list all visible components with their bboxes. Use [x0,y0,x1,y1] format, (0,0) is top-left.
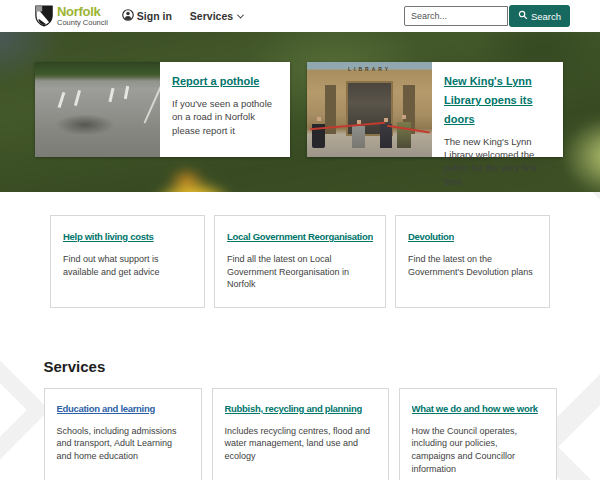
road-marking [74,89,81,105]
library-opening-photo[interactable]: LIBRARY [307,62,432,157]
card-living-costs-link[interactable]: Help with living costs [63,231,154,242]
service-how-we-work-link[interactable]: What we do and how we work [412,403,538,414]
hero-card-library-link[interactable]: New King's Lynn Library opens its doors [444,75,533,125]
road-marking [108,87,114,101]
background-chevron-left [0,351,49,470]
person-figure [312,116,325,148]
person-figure [397,114,411,148]
services-menu-label: Services [190,10,233,22]
services-heading: Services [44,358,557,375]
services-section: Services Education and learning Schools,… [44,358,557,480]
library-sign-text: LIBRARY [307,66,432,72]
service-card-education[interactable]: Education and learning Schools, includin… [44,388,202,480]
hero-card-pothole-text: If you've seen a pothole on a road in No… [172,97,278,137]
site-search: Search [404,5,570,27]
sign-in-button[interactable]: Sign in [122,9,172,23]
card-devolution-text: Find the latest on the Government's Devo… [408,253,537,278]
card-devolution[interactable]: Devolution Find the latest on the Govern… [395,215,550,308]
sign-in-label: Sign in [137,10,172,22]
card-living-costs-text: Find out what support is available and g… [63,253,192,278]
card-lgr-text: Find all the latest on Local Government … [227,253,373,291]
hero-card-pothole[interactable]: Report a pothole If you've seen a pothol… [35,62,290,157]
chevron-down-icon [237,11,244,18]
road-marking [143,84,160,123]
pothole-photo[interactable] [35,62,160,157]
search-input[interactable] [404,6,508,26]
services-menu[interactable]: Services [190,10,243,22]
service-rubbish-link[interactable]: Rubbish, recycling and planning [225,403,362,414]
logo-subtitle: County Council [57,19,108,27]
search-button-label: Search [531,11,561,22]
card-living-costs[interactable]: Help with living costs Find out what sup… [50,215,205,308]
service-card-rubbish[interactable]: Rubbish, recycling and planning Includes… [212,388,389,480]
highlight-cards-row: Help with living costs Find out what sup… [50,215,550,308]
council-shield-icon [35,5,53,27]
card-lgr[interactable]: Local Government Reorganisation Find all… [214,215,386,308]
card-lgr-link[interactable]: Local Government Reorganisation [227,231,373,242]
search-icon [518,10,528,22]
hero-card-library[interactable]: LIBRARY New King's Lynn Library opens it… [307,62,563,157]
hero-card-pothole-link[interactable]: Report a pothole [172,75,259,87]
service-card-how-we-work[interactable]: What we do and how we work How the Counc… [399,388,557,480]
service-rubbish-text: Includes recycling centres, flood and wa… [225,425,376,463]
service-education-link[interactable]: Education and learning [57,403,155,414]
road-marking [58,92,66,108]
logo-title: Norfolk [57,5,108,18]
service-how-we-work-text: How the Council operates, including our … [412,425,544,475]
search-button[interactable]: Search [509,5,570,27]
hero-card-library-text: The new King's Lynn Library welcomed the… [444,135,551,188]
person-icon [122,9,134,23]
council-logo[interactable]: Norfolk County Council [35,5,108,27]
road-marking [124,86,129,99]
hero-banner: Report a pothole If you've seen a pothol… [0,32,600,192]
card-devolution-link[interactable]: Devolution [408,231,454,242]
site-header: Norfolk County Council Sign in Services [0,0,600,32]
service-education-text: Schools, including admissions and transp… [57,425,189,463]
